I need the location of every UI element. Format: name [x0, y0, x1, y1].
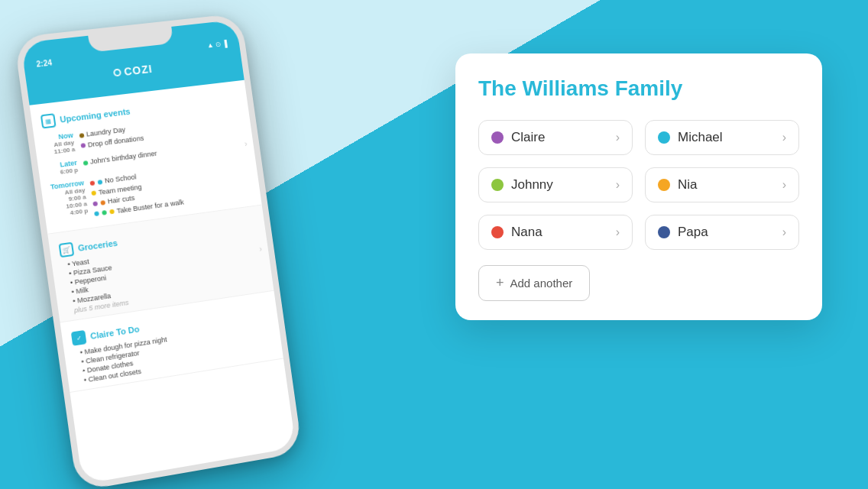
- family-member-claire[interactable]: Claire ›: [478, 120, 633, 155]
- add-another-label: Add another: [510, 277, 573, 290]
- family-member-nia[interactable]: Nia ›: [645, 167, 799, 202]
- events-title: Upcoming events: [60, 107, 131, 125]
- member-name-nana: Nana: [511, 225, 542, 240]
- family-grid: Claire › Michael › Johnny › Nia: [478, 120, 799, 250]
- chevron-icon-nana: ›: [616, 225, 620, 239]
- status-icons: ▲⊙▐: [206, 39, 228, 50]
- svg-text:COZI: COZI: [123, 63, 153, 78]
- calendar-icon: ▦: [40, 113, 57, 128]
- chevron-icon-papa: ›: [782, 225, 786, 239]
- chevron-icon-claire: ›: [616, 131, 620, 144]
- member-name-nia: Nia: [678, 177, 698, 193]
- todo-title: Claire To Do: [89, 324, 140, 341]
- member-name-johnny: Johnny: [511, 177, 553, 193]
- chevron-icon-johnny: ›: [616, 178, 620, 192]
- family-card: The Williams Family Claire › Michael › J…: [455, 53, 822, 320]
- status-time: 2:24: [36, 58, 53, 68]
- family-member-michael[interactable]: Michael ›: [645, 120, 799, 155]
- family-member-johnny[interactable]: Johnny ›: [478, 167, 633, 202]
- app-content: ▦ Upcoming events › Now All day 11:00 a …: [30, 80, 296, 484]
- member-name-claire: Claire: [511, 130, 545, 145]
- chevron-icon-michael: ›: [782, 131, 786, 144]
- cozi-logo: COZI: [112, 60, 159, 82]
- family-member-nana[interactable]: Nana ›: [478, 215, 633, 250]
- member-color-papa: [658, 226, 670, 238]
- family-title: The Williams Family: [478, 76, 799, 101]
- groceries-title: Groceries: [77, 238, 118, 253]
- cart-icon: 🛒: [59, 242, 75, 258]
- add-another-button[interactable]: + Add another: [478, 265, 590, 301]
- member-color-claire: [491, 131, 504, 144]
- member-color-nana: [491, 226, 504, 238]
- plus-icon: +: [496, 275, 504, 291]
- member-name-michael: Michael: [678, 130, 723, 145]
- member-name-papa: Papa: [678, 225, 708, 240]
- member-color-johnny: [491, 179, 504, 191]
- chevron-icon-nia: ›: [782, 178, 786, 192]
- member-color-nia: [658, 179, 670, 191]
- family-member-papa[interactable]: Papa ›: [645, 215, 799, 250]
- check-icon: ✓: [71, 330, 87, 346]
- member-color-michael: [658, 131, 670, 144]
